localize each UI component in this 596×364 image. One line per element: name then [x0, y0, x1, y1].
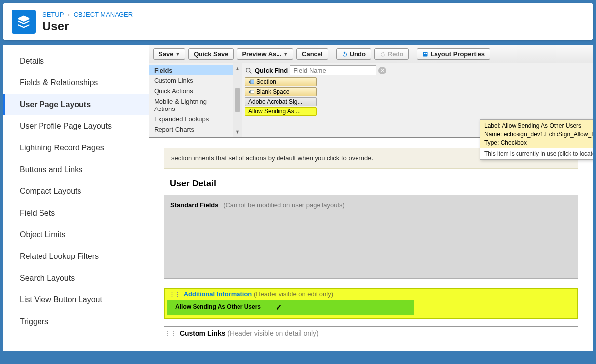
- additional-info-label: Additional Information: [184, 291, 252, 298]
- sidebar-item-search-layouts[interactable]: Search Layouts: [3, 267, 149, 289]
- additional-info-hint: (Header visible on edit only): [254, 291, 333, 298]
- standard-fields-label: Standard Fields: [170, 201, 219, 209]
- page-header: SETUP › OBJECT MANAGER User: [3, 3, 593, 40]
- svg-rect-8: [251, 90, 254, 93]
- field-tooltip: Label: Allow Sending As Other Users Name…: [480, 119, 593, 160]
- toolbar: Save▼ Quick Save Preview As...▼ Cancel U…: [149, 45, 593, 63]
- custom-links-section[interactable]: ⋮⋮ Custom Links (Header visible on detai…: [164, 326, 578, 337]
- sidebar-item-list-view-button-layout[interactable]: List View Button Layout: [3, 289, 149, 311]
- quick-save-button[interactable]: Quick Save: [188, 48, 234, 60]
- svg-rect-5: [249, 81, 250, 83]
- quick-find-label: Quick Find: [255, 67, 288, 74]
- blank-space-icon: [248, 89, 254, 95]
- svg-rect-0: [423, 52, 428, 56]
- sidebar-item-buttons-links[interactable]: Buttons and Links: [3, 159, 149, 181]
- svg-rect-1: [424, 53, 425, 54]
- palette-cat-expanded-lookups[interactable]: Expanded Lookups: [149, 114, 233, 124]
- palette-categories: Fields Custom Links Quick Actions Mobile…: [149, 63, 233, 137]
- layout-icon: [422, 51, 428, 57]
- user-detail-title: User Detail: [170, 179, 578, 189]
- tooltip-name: Name: echosign_dev1.EchoSign_Allow_Deleg…: [484, 130, 593, 139]
- sidebar: Details Fields & Relationships User Page…: [3, 45, 149, 351]
- check-icon: ✓: [276, 303, 282, 312]
- tooltip-label: Label: Allow Sending As Other Users: [484, 122, 593, 130]
- palette-item-adobe-acrobat[interactable]: Adobe Acrobat Sig...: [245, 97, 317, 106]
- svg-rect-7: [249, 91, 250, 93]
- custom-links-label: Custom Links: [180, 329, 226, 337]
- search-icon: [245, 67, 253, 74]
- tooltip-footer[interactable]: This item is currently in use (click to …: [480, 148, 593, 159]
- sidebar-item-fields-relationships[interactable]: Fields & Relationships: [3, 72, 149, 94]
- svg-point-3: [246, 68, 250, 72]
- quick-find-input[interactable]: [290, 65, 376, 75]
- grip-icon: ⋮⋮: [164, 329, 176, 337]
- svg-line-4: [250, 72, 252, 73]
- custom-links-hint: (Header visible on detail only): [227, 329, 318, 337]
- save-button[interactable]: Save▼: [153, 48, 185, 60]
- page-title: User: [42, 19, 133, 33]
- sidebar-item-user-profile-page-layouts[interactable]: User Profile Page Layouts: [3, 115, 149, 137]
- breadcrumb-setup[interactable]: SETUP: [42, 11, 64, 18]
- scroll-up-icon: ▲: [235, 65, 240, 71]
- sidebar-item-field-sets[interactable]: Field Sets: [3, 202, 149, 224]
- sidebar-item-triggers[interactable]: Triggers: [3, 311, 149, 332]
- palette-cat-mobile-lightning[interactable]: Mobile & Lightning Actions: [149, 96, 233, 114]
- cancel-button[interactable]: Cancel: [296, 48, 328, 60]
- redo-button[interactable]: Redo: [374, 48, 409, 60]
- palette-item-allow-sending[interactable]: Allow Sending As ...: [245, 107, 317, 116]
- section-icon: [248, 79, 254, 85]
- field-label: Allow Sending As Other Users: [172, 304, 261, 310]
- object-icon: [12, 10, 36, 34]
- palette-item-blank-space[interactable]: Blank Space: [245, 87, 317, 96]
- undo-icon: [342, 51, 348, 57]
- svg-rect-2: [426, 53, 427, 54]
- sidebar-item-object-limits[interactable]: Object Limits: [3, 224, 149, 246]
- layout-properties-button[interactable]: Layout Properties: [417, 48, 490, 60]
- palette-scrollbar[interactable]: ▲ ▼: [233, 63, 242, 137]
- sidebar-item-details[interactable]: Details: [3, 50, 149, 72]
- palette-item-section[interactable]: Section: [245, 77, 317, 86]
- preview-as-button[interactable]: Preview As...▼: [237, 48, 293, 60]
- standard-fields-hint: (Cannot be modified on user page layouts…: [223, 201, 345, 209]
- undo-button[interactable]: Undo: [336, 48, 371, 60]
- tooltip-type: Type: Checkbox: [484, 139, 593, 147]
- sidebar-item-compact-layouts[interactable]: Compact Layouts: [3, 181, 149, 202]
- palette-cat-custom-links[interactable]: Custom Links: [149, 75, 233, 86]
- redo-icon: [380, 51, 386, 57]
- standard-fields-section: Standard Fields (Cannot be modified on u…: [164, 195, 578, 279]
- sidebar-item-user-page-layouts[interactable]: User Page Layouts: [3, 94, 149, 115]
- scroll-thumb[interactable]: [235, 88, 240, 112]
- sidebar-item-related-lookup-filters[interactable]: Related Lookup Filters: [3, 246, 149, 267]
- breadcrumb: SETUP › OBJECT MANAGER: [42, 11, 133, 18]
- layout-editor: Save▼ Quick Save Preview As...▼ Cancel U…: [149, 45, 593, 351]
- field-allow-sending-as-other-users[interactable]: Allow Sending As Other Users ✓: [167, 300, 414, 315]
- sidebar-item-lightning-record-pages[interactable]: Lightning Record Pages: [3, 137, 149, 159]
- grip-icon: ⋮⋮: [169, 291, 180, 298]
- additional-information-section[interactable]: ⋮⋮ Additional Information (Header visibl…: [164, 288, 578, 319]
- palette-cat-fields[interactable]: Fields: [149, 65, 233, 75]
- palette-cat-quick-actions[interactable]: Quick Actions: [149, 86, 233, 96]
- breadcrumb-objmgr[interactable]: OBJECT MANAGER: [74, 11, 133, 18]
- svg-rect-6: [251, 80, 254, 84]
- scroll-down-icon: ▼: [235, 129, 240, 135]
- clear-search-icon[interactable]: ✕: [378, 67, 386, 74]
- palette-cat-report-charts[interactable]: Report Charts: [149, 124, 233, 135]
